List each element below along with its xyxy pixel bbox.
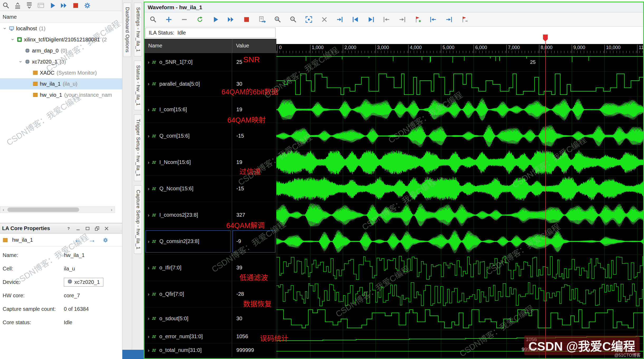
goto-trigger-button[interactable] bbox=[335, 15, 344, 24]
signal-row[interactable]: ›o_Ifir[7:0]39低通滤波 bbox=[145, 255, 276, 281]
signal-row[interactable]: ›Q_com[15:6]-15 bbox=[145, 123, 276, 149]
run-button[interactable] bbox=[211, 15, 220, 24]
close-icon[interactable] bbox=[103, 225, 110, 232]
properties-settings-icon[interactable] bbox=[102, 237, 109, 243]
tree-item-localhost[interactable]: ›localhost(1) bbox=[0, 23, 122, 34]
chevron-right-icon[interactable]: › bbox=[148, 265, 149, 271]
wave-plot-area[interactable] bbox=[276, 53, 643, 358]
signal-row[interactable]: ›o_Qfir[7:0]-28数据恢复 bbox=[145, 281, 276, 307]
side-tab-0[interactable]: Settings - hw_ila_1 bbox=[134, 3, 142, 56]
horizontal-scrollbar[interactable]: ‹ › bbox=[0, 206, 115, 213]
stop-button[interactable] bbox=[71, 1, 80, 10]
chevron-right-icon[interactable]: › bbox=[148, 239, 149, 244]
time-ruler[interactable]: 01,0002,0003,0004,0005,0006,0007,0008,00… bbox=[276, 44, 643, 53]
chevron-down-icon[interactable]: › bbox=[2, 25, 8, 32]
signal-row[interactable]: ›I_com[15:6]1964QAM映射 bbox=[145, 96, 276, 123]
zoom-out-button[interactable]: − bbox=[289, 15, 298, 24]
chevron-right-icon[interactable]: › bbox=[148, 107, 149, 113]
side-tab-3[interactable]: Capture Setup - hw_ila_1 bbox=[134, 185, 142, 254]
chevron-down-icon[interactable]: › bbox=[18, 58, 24, 65]
chevron-right-icon[interactable]: › bbox=[148, 212, 149, 218]
dashboard-options-tab[interactable]: Dashboard Options bbox=[123, 3, 131, 57]
scroll-right-icon[interactable]: › bbox=[108, 207, 115, 212]
remove-marker-button[interactable] bbox=[460, 15, 469, 24]
signal-row[interactable]: ›I_Ncom[15:6]19过信道 bbox=[145, 149, 276, 176]
minimize-icon[interactable] bbox=[75, 225, 81, 232]
signal-row[interactable]: ›o_error_num[31:0]1056误码统计 bbox=[145, 330, 276, 343]
scrollbar-track[interactable] bbox=[7, 207, 108, 213]
run-trigger-button[interactable] bbox=[195, 15, 204, 24]
next-transition-button[interactable] bbox=[398, 15, 407, 24]
zoom-fit-button[interactable] bbox=[304, 15, 313, 24]
chevron-right-icon[interactable]: › bbox=[148, 186, 149, 192]
chevron-right-icon[interactable]: › bbox=[148, 291, 149, 297]
waveform-titlebar[interactable]: Waveform - hw_ila_1 bbox=[145, 2, 643, 12]
zoom-fit-icon bbox=[305, 16, 313, 23]
goto-end-button[interactable] bbox=[367, 15, 376, 24]
tree-item-hw_ila_1[interactable]: hw_ila_1(ila_u) bbox=[0, 78, 122, 89]
remove-button[interactable] bbox=[180, 15, 189, 24]
reset-zoom-button[interactable] bbox=[320, 15, 329, 24]
goto-previous-marker-button[interactable] bbox=[429, 15, 438, 24]
signal-row[interactable]: ›Q_comsin2[23:8]-9 bbox=[145, 228, 276, 255]
stop-button[interactable] bbox=[242, 15, 251, 24]
side-tab-1[interactable]: Status - hw_ila_1 bbox=[134, 61, 142, 110]
previous-transition-button[interactable] bbox=[382, 15, 391, 24]
chevron-right-icon[interactable]: › bbox=[148, 59, 149, 65]
goto-next-marker-button[interactable] bbox=[444, 15, 453, 24]
waveform-toolbar: +− bbox=[145, 12, 643, 27]
property-row: Capture sample count:0 of 16384 bbox=[0, 302, 122, 316]
chevron-down-icon[interactable]: › bbox=[10, 36, 16, 43]
help-icon[interactable]: ? bbox=[65, 225, 72, 232]
zoom-in-button[interactable]: + bbox=[273, 15, 282, 24]
signal-row[interactable]: ›o_sdout[5:0]30 bbox=[145, 307, 276, 330]
scroll-left-icon[interactable]: ‹ bbox=[0, 207, 7, 212]
name-column-head[interactable]: Name bbox=[145, 39, 232, 53]
chevron-right-icon[interactable]: › bbox=[148, 81, 149, 87]
forward-arrow-icon[interactable]: → bbox=[88, 236, 95, 244]
ila-status-label: ILA Status: bbox=[149, 30, 174, 36]
add-marker-button[interactable] bbox=[413, 15, 422, 24]
tree-item-xc7z020_1[interactable]: ›xc7z020_1(3) bbox=[0, 56, 122, 67]
find-button[interactable] bbox=[2, 1, 11, 10]
settings-button[interactable] bbox=[83, 1, 92, 10]
signal-name: parallel_data[5:0] bbox=[159, 81, 200, 87]
export-ila-data-button[interactable] bbox=[258, 15, 267, 24]
signal-row[interactable]: ›parallel_data[5:0]3064QAM的6bit数据 bbox=[145, 71, 276, 96]
signal-row[interactable]: ›I_comcos2[23:8]32764QAM解调 bbox=[145, 202, 276, 228]
side-tab-2[interactable]: Trigger Setup - hw_ila_1 bbox=[134, 114, 142, 181]
waveform-canvas[interactable] bbox=[276, 53, 643, 358]
run-all-button[interactable] bbox=[60, 1, 69, 10]
maximize-icon[interactable] bbox=[94, 225, 100, 232]
float-icon[interactable] bbox=[84, 225, 91, 232]
collapse-all-button[interactable] bbox=[13, 1, 22, 10]
chevron-right-icon[interactable]: › bbox=[148, 133, 149, 139]
run-button[interactable] bbox=[48, 1, 57, 10]
tree-item-arm_dap_0[interactable]: arm_dap_0(0) bbox=[0, 45, 122, 56]
run-all-button[interactable] bbox=[227, 15, 236, 24]
tree-item-xilinx_tcf/Digilent/210512180081[interactable]: ›xilinx_tcf/Digilent/210512180081(2 bbox=[0, 34, 122, 45]
chevron-right-icon[interactable]: › bbox=[148, 159, 149, 165]
hardware-panel: Name ›localhost(1)›xilinx_tcf/Digilent/2… bbox=[0, 0, 122, 359]
chevron-right-icon[interactable]: › bbox=[148, 334, 149, 339]
signal-row[interactable]: ›Q_Ncom[15:6]-15 bbox=[145, 176, 276, 202]
value-column-head[interactable]: Value bbox=[232, 39, 276, 53]
goto-start-button[interactable] bbox=[351, 15, 360, 24]
scrollbar-thumb[interactable] bbox=[7, 207, 79, 212]
run-icon bbox=[49, 2, 56, 9]
signal-row[interactable]: ›o_total_num[31:0]999999 bbox=[145, 343, 276, 357]
annotation-text: 误码统计 bbox=[260, 333, 289, 343]
back-arrow-icon[interactable]: ← bbox=[74, 236, 81, 244]
find-button[interactable] bbox=[149, 15, 158, 24]
add-button[interactable] bbox=[164, 15, 173, 24]
expand-all-button[interactable] bbox=[25, 1, 34, 10]
signal-name-cell: ›Q_Ncom[15:6] bbox=[145, 176, 232, 202]
previous-transition-icon bbox=[383, 16, 391, 23]
chevron-right-icon[interactable]: › bbox=[148, 347, 149, 353]
signal-row[interactable]: ›o_SNR_1[7:0]25SNR bbox=[145, 53, 276, 71]
device-value-box[interactable]: xc7z020_1 bbox=[64, 278, 103, 287]
tree-item-XADC[interactable]: XADC(System Monitor) bbox=[0, 67, 122, 78]
tree-item-hw_vio_1[interactable]: hw_vio_1(your_instance_nam bbox=[0, 89, 122, 100]
dashboard-options-button[interactable] bbox=[36, 1, 45, 10]
chevron-right-icon[interactable]: › bbox=[148, 316, 149, 321]
